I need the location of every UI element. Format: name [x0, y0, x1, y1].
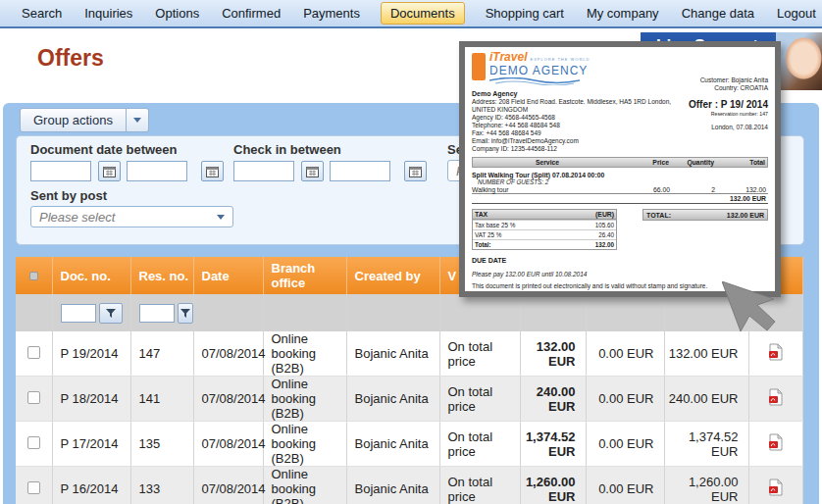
check-in-from-calendar-button[interactable]: [301, 161, 324, 181]
nav-item-change-data[interactable]: Change data: [680, 3, 756, 24]
branch-cell: Online booking (B2B): [263, 331, 346, 377]
column-filter-row: [16, 294, 802, 331]
tax-row: VAT 25 %26.40: [473, 229, 616, 239]
doc-no-cell: P 17/2014: [52, 422, 130, 467]
tax-table: TAX (EUR) Tax base 25 %105.60 VAT 25 %26…: [472, 209, 617, 250]
check-in-to-input[interactable]: [330, 161, 390, 181]
document-date-label: Document date between: [30, 142, 178, 157]
vat-cell: On total price: [439, 467, 520, 504]
check-in-from-input[interactable]: [233, 161, 294, 181]
page-title: Offers: [37, 45, 104, 72]
doc-no-cell: P 16/2014: [52, 467, 130, 504]
reservation-number: Reservation number: 147: [689, 110, 768, 118]
calendar-icon: [103, 166, 116, 177]
nav-item-search[interactable]: Search: [20, 3, 64, 24]
header-created-by[interactable]: Created by: [346, 257, 439, 294]
res-no-cell: 133: [130, 467, 193, 504]
amount-cell: 240.00 EUR: [520, 377, 586, 422]
row-checkbox[interactable]: [27, 391, 40, 404]
service-quantity: 2: [670, 186, 715, 193]
support-agent-photo: [776, 32, 822, 90]
place-date: London, 07.08.2014: [689, 124, 768, 131]
amount-cell: 1,260.00 EUR: [520, 467, 586, 504]
nav-item-payments[interactable]: Payments: [301, 3, 362, 24]
group-actions-button[interactable]: Group actions: [20, 108, 127, 132]
tax-row: Tax base 25 %105.60: [473, 220, 616, 229]
tax-total-row: Total:132.00: [473, 239, 616, 249]
paid-cell: 0.00 EUR: [586, 467, 664, 504]
doc-no-cell: P 18/2014: [52, 377, 130, 422]
nav-item-my-company[interactable]: My company: [585, 3, 661, 24]
vat-cell: On total price: [439, 331, 520, 377]
branch-cell: Online booking (B2B): [263, 422, 346, 467]
pdf-icon[interactable]: [768, 388, 784, 406]
agency-name: Demo Agency: [472, 90, 517, 97]
document-date-to-input[interactable]: [127, 161, 187, 181]
logo-i-icon: [472, 53, 486, 80]
service-subtotal: 132.00 EUR: [472, 194, 768, 204]
calendar-icon: [409, 166, 422, 177]
service-group-title: Split Walking Tour (Split) 07.08.2014 00…: [472, 172, 768, 178]
pdf-icon[interactable]: [768, 479, 784, 496]
row-checkbox[interactable]: [27, 436, 40, 449]
header-doc-no[interactable]: Doc. no.: [52, 257, 130, 294]
res-no-filter-button[interactable]: [178, 303, 193, 324]
offer-number: Offer : P 19/ 2014: [689, 99, 768, 110]
check-in-to-calendar-button[interactable]: [404, 161, 427, 181]
table-row: P 17/2014 135 07/08/2014 Online booking …: [16, 422, 802, 467]
nav-item-shopping-cart[interactable]: Shopping cart: [484, 3, 566, 24]
offer-document: iTravelEXPLORE THE WORLD DEMO AGENCY Dem…: [465, 47, 775, 291]
doc-no-filter-button[interactable]: [99, 303, 123, 324]
agency-info: Demo Agency Address: 208 Field End Road.…: [472, 90, 671, 153]
paid-cell: 0.00 EUR: [586, 331, 664, 377]
group-actions-dropdown-button[interactable]: [127, 108, 149, 132]
res-no-filter-input[interactable]: [139, 304, 175, 323]
service-name: Walking tour: [472, 186, 623, 193]
logo-subbrand: DEMO AGENCY: [489, 64, 588, 77]
check-in-label: Check in between: [233, 142, 341, 157]
offers-page: { "nav": { "items": [ { "label": "Search…: [0, 0, 822, 504]
pdf-icon[interactable]: [768, 433, 784, 451]
document-date-from-calendar-button[interactable]: [98, 161, 121, 181]
document-date-to-calendar-button[interactable]: [201, 161, 224, 181]
doc-no-cell: P 19/2014: [52, 331, 130, 377]
pdf-icon[interactable]: [768, 343, 784, 361]
header-date[interactable]: Date: [193, 257, 263, 294]
header-branch-office[interactable]: Branch office: [263, 257, 346, 294]
res-no-cell: 141: [130, 377, 193, 422]
paid-cell: 0.00 EUR: [586, 422, 664, 467]
header-res-no[interactable]: Res. no.: [130, 257, 193, 294]
chevron-down-icon: [217, 215, 225, 220]
vat-cell: On total price: [439, 422, 520, 467]
customer-line: Customer: Bojanic Anita: [700, 76, 768, 83]
logo-tagline: EXPLORE THE WORLD: [530, 57, 590, 62]
table-row: P 16/2014 133 07/08/2014 Online booking …: [16, 467, 802, 504]
select-all-checkbox[interactable]: [29, 272, 38, 280]
select-all-header-cell[interactable]: [16, 257, 52, 294]
doc-no-filter-input[interactable]: [61, 304, 96, 323]
nav-item-confirmed[interactable]: Confirmed: [220, 3, 283, 24]
table-row: P 19/2014 147 07/08/2014 Online booking …: [16, 331, 802, 377]
branch-cell: Online booking (B2B): [263, 467, 346, 504]
nav-item-options[interactable]: Options: [153, 3, 201, 24]
service-price: 66.00: [623, 186, 670, 193]
logo-brand: iTravel: [489, 50, 527, 64]
paid-cell: 0.00 EUR: [586, 377, 664, 422]
row-checkbox[interactable]: [27, 346, 40, 359]
nav-item-inquiries[interactable]: Inquiries: [82, 3, 134, 24]
nav-item-documents[interactable]: Documents: [381, 2, 465, 25]
nav-item-logout[interactable]: Logout: [775, 3, 818, 24]
sent-by-post-select[interactable]: Please select: [30, 206, 233, 227]
top-navbar: Search Inquiries Options Confirmed Payme…: [0, 0, 822, 28]
mouse-cursor-icon: [722, 281, 777, 337]
res-no-cell: 135: [130, 422, 193, 467]
document-date-from-input[interactable]: [30, 161, 91, 181]
sent-by-post-label: Sent by post: [30, 188, 107, 203]
service-table-header: Service Price Quantity Total: [472, 157, 768, 168]
funnel-icon: [105, 308, 117, 319]
total-cell: 132.00 EUR: [664, 331, 748, 377]
row-checkbox[interactable]: [27, 481, 40, 494]
pay-note: Please pay 132.00 EUR until 10.08.2014: [472, 271, 768, 277]
date-cell: 07/08/2014: [193, 377, 263, 422]
table-row: P 18/2014 141 07/08/2014 Online booking …: [16, 377, 802, 422]
